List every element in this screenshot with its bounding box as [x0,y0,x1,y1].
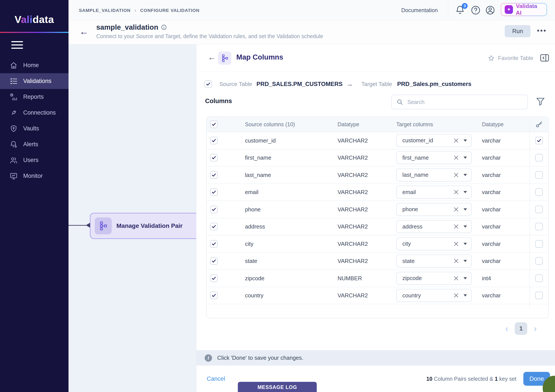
target-column-select[interactable]: first_name [396,151,472,164]
info-icon[interactable] [161,24,167,30]
row-checkbox[interactable] [210,171,218,179]
target-table-value: PRD_Sales.pm_customers [397,81,471,87]
chevron-down-icon[interactable] [464,191,467,193]
row-checkbox[interactable] [210,240,218,248]
sidebar-item-home[interactable]: Home [0,57,68,73]
sidebar-item-validations[interactable]: Validations [0,73,68,89]
favorite-table-label[interactable]: Favorite Table [498,55,533,62]
page-subtitle: Connect to your Source and Target, defin… [96,33,323,39]
row-checkbox[interactable] [210,154,218,162]
breadcrumb-item: CONFIGURE VALIDATION [140,8,199,13]
menu-toggle-icon[interactable] [11,41,23,51]
table-header: Source columns (10) Datatype Target colu… [207,117,548,132]
key-checkbox[interactable] [535,154,543,162]
logo-part-gradient: ali [21,14,33,25]
target-column-select[interactable]: country [396,289,472,302]
clear-icon[interactable] [453,275,459,281]
key-checkbox[interactable] [535,137,543,144]
clear-icon[interactable] [453,223,459,229]
source-column-name: country [245,292,263,299]
star-icon[interactable] [488,55,495,62]
chevron-down-icon[interactable] [464,157,467,159]
clear-icon[interactable] [453,258,459,264]
next-page-icon[interactable]: › [534,324,537,333]
clear-icon[interactable] [453,189,459,195]
key-checkbox[interactable] [535,257,543,265]
clear-icon[interactable] [453,137,459,144]
flow-canvas: Manage Validation Pair [68,44,196,392]
row-checkbox[interactable] [210,137,218,144]
key-icon [535,121,543,128]
key-checkbox[interactable] [535,292,543,299]
sidebar-item-vaults[interactable]: Vaults [0,121,68,136]
key-checkbox[interactable] [535,206,543,213]
page-number[interactable]: 1 [515,322,527,335]
target-column-value: first_name [402,154,453,161]
pair-checkbox[interactable] [204,80,212,88]
source-column-name: city [245,240,253,247]
target-column-select[interactable]: email [396,185,472,199]
row-checkbox[interactable] [210,274,218,282]
sidebar-item-alerts[interactable]: Alerts [0,136,68,152]
sidebar-item-reports[interactable]: Reports [0,89,68,105]
row-checkbox[interactable] [210,188,218,196]
key-checkbox[interactable] [535,171,543,179]
chevron-down-icon[interactable] [464,260,467,262]
chevron-down-icon[interactable] [464,277,467,279]
row-checkbox[interactable] [210,257,218,265]
panel-back-arrow-icon[interactable]: ← [208,53,216,61]
gradient-divider [0,32,68,33]
target-column-select[interactable]: customer_id [396,134,472,147]
prev-page-icon[interactable]: ‹ [505,324,508,333]
run-button[interactable]: Run [505,25,531,37]
key-checkbox[interactable] [535,223,543,230]
key-checkbox[interactable] [535,188,543,196]
collapse-panel-icon[interactable] [540,53,549,63]
sidebar-item-monitor[interactable]: Monitor [0,168,68,184]
cancel-button[interactable]: Cancel [207,376,225,382]
more-options-icon[interactable] [537,30,546,32]
target-column-select[interactable]: phone [396,203,472,216]
target-column-select[interactable]: zipcode [396,272,472,285]
clear-icon[interactable] [453,241,459,247]
clear-icon[interactable] [453,207,459,213]
sidebar-item-label: Alerts [23,141,38,148]
clear-icon[interactable] [453,155,459,161]
search-input[interactable] [407,99,523,105]
target-column-select[interactable]: last_name [396,169,472,181]
target-column-select[interactable]: state [396,255,472,267]
row-checkbox[interactable] [210,223,218,230]
sidebar-item-connections[interactable]: Connections [0,105,68,121]
sidebar-menu: Home Validations Reports Connections Vau… [0,57,68,184]
clear-icon[interactable] [453,172,459,178]
filter-button[interactable] [536,97,545,107]
target-column-select[interactable]: address [396,220,472,233]
table-pair-row: Source Table PRD_SALES.PM_CUSTOMERS → Ta… [197,77,555,92]
chevron-down-icon[interactable] [464,243,467,245]
chevron-down-icon[interactable] [464,208,467,211]
notifications-button[interactable]: 3 [455,5,465,15]
columns-heading: Columns [205,98,232,105]
chevron-down-icon[interactable] [464,139,467,142]
target-column-select[interactable]: city [396,237,472,250]
select-all-checkbox[interactable] [210,121,218,128]
manage-validation-pair-node[interactable]: Manage Validation Pair [90,213,196,239]
row-checkbox[interactable] [210,292,218,299]
documentation-link[interactable]: Documentation [401,0,438,21]
clear-icon[interactable] [453,292,459,299]
row-checkbox[interactable] [210,206,218,213]
message-log-tab[interactable]: MESSAGE LOG [238,382,317,392]
help-button[interactable] [471,5,481,15]
plug-icon [10,109,18,117]
breadcrumb-item[interactable]: SAMPLE_VALIDATION [79,8,131,13]
account-button[interactable] [485,5,495,15]
target-table-label: Target Table [361,81,392,87]
key-checkbox[interactable] [535,240,543,248]
back-arrow-icon[interactable]: ← [79,27,88,36]
sidebar-item-users[interactable]: Users [0,152,68,168]
chevron-down-icon[interactable] [464,174,467,176]
key-checkbox[interactable] [535,274,543,282]
validata-ai-button[interactable]: ✦ Validata AI [501,3,547,16]
chevron-down-icon[interactable] [464,294,467,297]
chevron-down-icon[interactable] [464,225,467,228]
